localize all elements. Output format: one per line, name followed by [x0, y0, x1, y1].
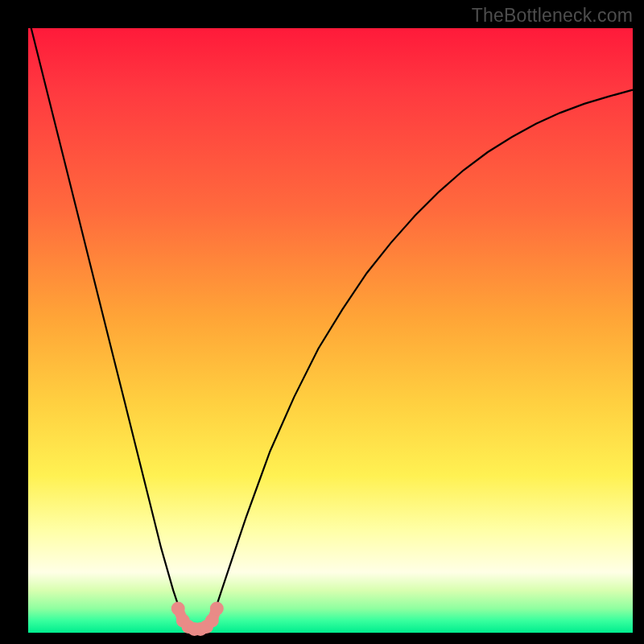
highlight-dot [171, 602, 185, 616]
chart-frame: TheBottleneck.com [0, 0, 644, 644]
watermark-label: TheBottleneck.com [472, 5, 633, 27]
plot-area [28, 28, 633, 633]
highlight-dot [210, 602, 224, 616]
bottleneck-curve [28, 28, 633, 633]
highlight-dot [205, 614, 219, 628]
